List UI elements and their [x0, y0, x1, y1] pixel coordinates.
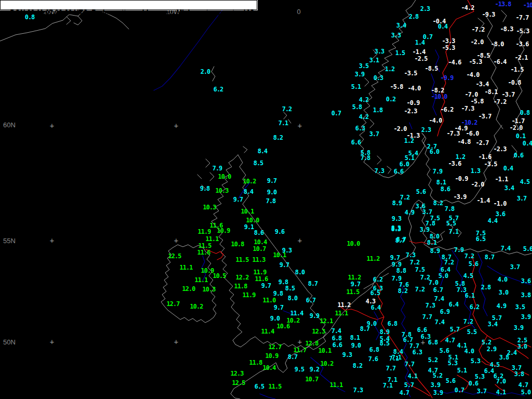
- station-temp: 3.9: [355, 71, 365, 78]
- station-temp: -3.7: [478, 113, 491, 120]
- station-temp: -2.0: [471, 38, 484, 46]
- station-temp: 4.7: [518, 381, 528, 389]
- station-temp: 10.2: [243, 178, 256, 185]
- station-temp: 2.9: [487, 345, 497, 353]
- station-temp: 11.5: [198, 242, 211, 249]
- station-temp: 9.5: [295, 366, 304, 373]
- station-temp: -0.9: [407, 99, 420, 107]
- graticule-cross: +: [50, 338, 54, 346]
- river-loire: [260, 394, 275, 399]
- station-temp: 5.3: [448, 360, 458, 367]
- station-temp: 2.3: [420, 5, 430, 12]
- station-temp: 9.7: [261, 282, 271, 289]
- station-temp: 4.0: [464, 348, 474, 355]
- station-temp: 7.2: [415, 286, 425, 293]
- station-temp: 4.7: [400, 389, 409, 396]
- station-temp: 5.6: [446, 377, 456, 384]
- station-temp: 5.3: [475, 373, 485, 380]
- station-temp: 3.9: [521, 313, 531, 321]
- station-temp: -7.7: [516, 14, 529, 21]
- station-temp: 11.4: [290, 310, 303, 317]
- station-temp: 3.8: [521, 291, 531, 299]
- station-temp: 8.7: [308, 280, 318, 287]
- station-temp: 11.1: [195, 276, 208, 284]
- station-temp: 7.1: [392, 354, 402, 361]
- station-temp: 9.8: [273, 290, 283, 297]
- station-temp: -2.0: [510, 124, 523, 131]
- station-temp: 5.2: [428, 356, 438, 364]
- station-temp: 5.7: [450, 326, 460, 333]
- graticule-label: 60N: [3, 121, 16, 129]
- graticule-cross: +: [298, 122, 302, 130]
- station-temp: -4.6: [448, 59, 461, 66]
- station-temp: 2.3: [421, 126, 431, 134]
- station-temp: -4.8: [458, 138, 471, 145]
- station-temp: 9.8: [200, 185, 210, 192]
- coastline-bothnia: [501, 10, 507, 22]
- station-temp: 6.3: [355, 125, 365, 132]
- station-temp: 8.1: [427, 239, 437, 246]
- station-temp: 12.0: [182, 285, 195, 292]
- station-temp: -1.7: [512, 117, 525, 125]
- station-temp: 1.5: [395, 49, 405, 57]
- station-temp: -2.5: [415, 55, 428, 62]
- station-temp: 2.8: [409, 13, 419, 20]
- station-temp: -1.4: [477, 197, 490, 204]
- station-temp: 3.3: [391, 32, 401, 39]
- station-temp: 7.2: [282, 105, 292, 113]
- station-temp: 7.4: [331, 327, 341, 335]
- station-temp: 10.1: [241, 208, 254, 215]
- station-temp: 9.2: [310, 366, 320, 373]
- station-temp: -4.0: [408, 85, 421, 92]
- station-temp: 3.4: [504, 184, 514, 192]
- station-temp: 9.9: [310, 312, 320, 320]
- graticule-cross: +: [174, 338, 178, 346]
- station-temp: -5.3: [469, 58, 482, 65]
- station-temp: 11.3: [252, 256, 265, 263]
- station-temp: 0.8: [520, 109, 530, 116]
- station-temp: 0.6: [469, 380, 478, 387]
- station-temp: 11.8: [234, 283, 247, 290]
- station-temp: 5.0: [521, 389, 531, 396]
- station-temp: 6.8: [369, 346, 379, 353]
- station-temp: -1.4: [413, 48, 425, 56]
- station-temp: 7.9: [212, 165, 222, 172]
- station-temp: 7.3: [353, 387, 363, 394]
- station-temp: 8.5: [254, 159, 263, 167]
- station-temp: -8.0: [491, 41, 504, 48]
- station-temp: 6.6: [351, 139, 361, 146]
- station-temp: -9.3: [482, 11, 495, 18]
- station-temp: 2.8: [481, 284, 491, 291]
- station-temp: -7.2: [494, 98, 507, 105]
- station-temp: 7.7: [422, 313, 432, 321]
- station-temp: 7.3: [425, 302, 435, 309]
- station-temp: 10.9: [265, 352, 278, 360]
- station-temp: 5.6: [440, 347, 449, 354]
- station-temp: 10.1: [318, 347, 331, 354]
- station-temp: 0.2: [386, 96, 396, 103]
- station-temp: 3.7: [517, 195, 527, 202]
- station-temp: 8.3: [391, 225, 401, 233]
- station-temp: -3.9: [454, 193, 467, 201]
- station-temp: 0.3: [374, 74, 383, 82]
- station-temp: 3.9: [433, 389, 443, 396]
- station-temp: 11.8: [249, 359, 262, 366]
- station-temp: 6.6: [417, 326, 427, 334]
- station-temp: -1.0: [494, 200, 507, 207]
- station-temp: 4.1: [496, 389, 506, 396]
- station-temp: 7.0: [496, 378, 506, 385]
- station-temp: 1.2: [456, 153, 466, 161]
- station-temp: -3.4: [476, 81, 489, 88]
- station-temp: 11.9: [198, 228, 211, 235]
- station-temp: 8.7: [360, 325, 370, 332]
- station-temp: 12.5: [232, 379, 245, 387]
- station-temp: -8.3: [500, 25, 513, 33]
- station-temp: 6.2: [470, 303, 480, 311]
- station-temp: 12.7: [167, 300, 180, 308]
- station-temp: 4.1: [408, 373, 418, 380]
- coastline-fjord: [377, 156, 381, 164]
- station-temp: 6.4: [371, 304, 381, 311]
- station-temp: 10.8: [231, 241, 244, 248]
- station-temp: 10.0: [218, 173, 231, 180]
- station-temp: -2.3: [404, 108, 417, 115]
